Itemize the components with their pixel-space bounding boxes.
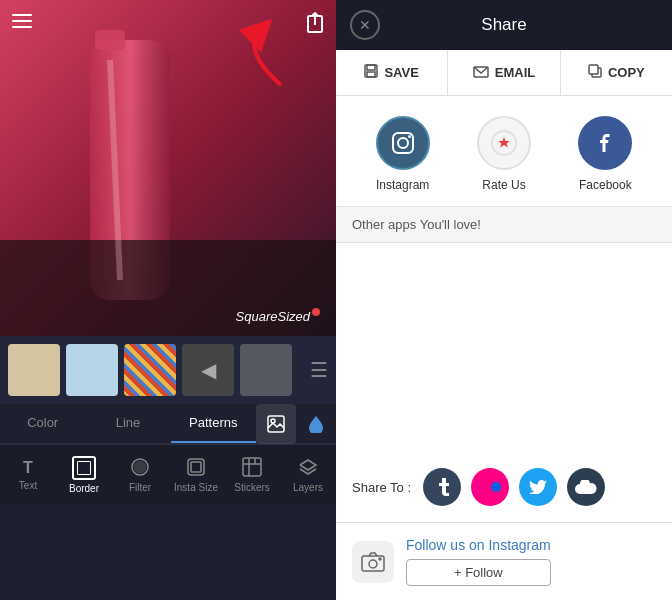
- follow-camera-icon: [352, 541, 394, 583]
- facebook-icon: [578, 116, 632, 170]
- svg-point-33: [379, 558, 381, 560]
- share-header: ✕ Share: [336, 0, 672, 50]
- svg-rect-2: [12, 26, 32, 28]
- svg-rect-26: [589, 65, 598, 74]
- copy-button[interactable]: COPY: [561, 50, 672, 95]
- tab-color[interactable]: Color: [0, 404, 85, 443]
- tool-layers[interactable]: Layers: [280, 457, 336, 493]
- tool-instasize[interactable]: Insta Size: [168, 457, 224, 493]
- swatch-extra1[interactable]: [240, 344, 292, 396]
- swatch-pattern[interactable]: [124, 344, 176, 396]
- texture-row: ◀ ☰: [0, 336, 336, 404]
- svg-point-28: [398, 138, 408, 148]
- email-button[interactable]: EMAIL: [448, 50, 560, 95]
- other-apps-label: Other apps You'll love!: [352, 217, 481, 232]
- twitter-button[interactable]: [519, 468, 557, 506]
- layers-icon: [298, 457, 318, 479]
- border-icon: [72, 456, 96, 480]
- save-button[interactable]: SAVE: [336, 50, 448, 95]
- follow-title: Follow us on Instagram: [406, 537, 551, 553]
- email-icon: [473, 65, 489, 81]
- instagram-share[interactable]: Instagram: [376, 116, 430, 192]
- water-icon-btn[interactable]: [296, 404, 336, 444]
- svg-rect-23: [367, 72, 375, 77]
- border-inner-icon: [77, 461, 91, 475]
- svg-rect-22: [367, 65, 375, 70]
- bottom-toolbar: T Text Border Filter: [0, 444, 336, 504]
- watermark: SquareSized: [236, 308, 320, 324]
- tab-patterns[interactable]: Patterns: [171, 404, 256, 443]
- follow-text-group: Follow us on Instagram + Follow: [406, 537, 551, 586]
- photo-area: SquareSized: [0, 0, 336, 336]
- rateus-icon: [477, 116, 531, 170]
- tumblr-button[interactable]: [423, 468, 461, 506]
- follow-button[interactable]: + Follow: [406, 559, 551, 586]
- svg-rect-0: [12, 14, 32, 16]
- menu-icon[interactable]: [12, 12, 32, 33]
- svg-rect-16: [243, 458, 261, 476]
- follow-section: Follow us on Instagram + Follow: [336, 523, 672, 600]
- close-button[interactable]: ✕: [350, 10, 380, 40]
- instagram-label: Instagram: [376, 178, 429, 192]
- image-icon-btn[interactable]: [256, 404, 296, 444]
- instagram-icon: [376, 116, 430, 170]
- share-title: Share: [481, 15, 526, 35]
- svg-point-29: [408, 135, 411, 138]
- stickers-icon: [242, 457, 262, 479]
- swatch-blue[interactable]: [66, 344, 118, 396]
- more-swatches-button[interactable]: ☰: [310, 358, 328, 382]
- rateus-share[interactable]: Rate Us: [477, 116, 531, 192]
- tool-text[interactable]: T Text: [0, 459, 56, 491]
- red-arrow: [221, 20, 301, 104]
- facebook-share[interactable]: Facebook: [578, 116, 632, 192]
- tool-filter[interactable]: Filter: [112, 457, 168, 493]
- cloud-button[interactable]: [567, 468, 605, 506]
- other-apps-section: Other apps You'll love!: [336, 207, 672, 243]
- svg-rect-8: [95, 30, 125, 50]
- action-row: SAVE EMAIL COPY: [336, 50, 672, 96]
- swatch-gray[interactable]: ◀: [182, 344, 234, 396]
- filter-icon: [130, 457, 150, 479]
- svg-point-32: [369, 560, 377, 568]
- flickr-button[interactable]: [471, 468, 509, 506]
- tool-stickers[interactable]: Stickers: [224, 457, 280, 493]
- rateus-label: Rate Us: [482, 178, 525, 192]
- social-row: Instagram Rate Us Facebook: [336, 96, 672, 207]
- facebook-label: Facebook: [579, 178, 632, 192]
- swatch-beige[interactable]: [8, 344, 60, 396]
- svg-rect-15: [191, 462, 201, 472]
- toolbar-area: ◀ ☰ Color Line Patterns: [0, 336, 336, 600]
- spacer: [336, 243, 672, 452]
- share-icons-row: [423, 468, 605, 506]
- tab-row: Color Line Patterns: [0, 404, 336, 444]
- svg-rect-11: [268, 416, 284, 432]
- flickr-icon: [479, 482, 501, 492]
- svg-rect-1: [12, 20, 32, 22]
- share-to-label: Share To :: [352, 480, 411, 495]
- copy-icon: [588, 64, 602, 81]
- tab-line[interactable]: Line: [85, 404, 170, 443]
- share-to-section: Share To :: [336, 452, 672, 523]
- tool-border[interactable]: Border: [56, 456, 112, 494]
- save-icon: [364, 64, 378, 81]
- share-icon-top[interactable]: [306, 12, 324, 39]
- instasize-icon: [186, 457, 206, 479]
- right-panel: ✕ Share SAVE EMAIL: [336, 0, 672, 600]
- left-panel: SquareSized ◀ ☰ Color Line Patterns: [0, 0, 336, 600]
